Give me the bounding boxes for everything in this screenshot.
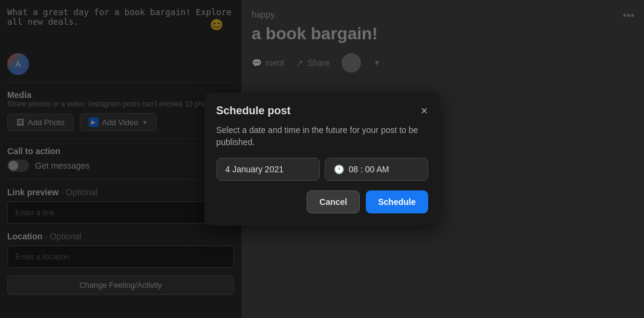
modal-description: Select a date and time in the future for… xyxy=(216,125,428,148)
modal-overlay: Schedule post × Select a date and time i… xyxy=(0,0,644,318)
modal-header: Schedule post × xyxy=(216,105,428,117)
date-time-row: 4 January 2021 🕐 08 : 00 AM xyxy=(216,158,428,181)
schedule-post-modal: Schedule post × Select a date and time i… xyxy=(204,92,440,226)
modal-footer: Cancel Schedule xyxy=(216,190,428,213)
schedule-button[interactable]: Schedule xyxy=(366,190,428,213)
modal-title: Schedule post xyxy=(216,105,291,117)
cancel-button[interactable]: Cancel xyxy=(307,190,360,213)
clock-icon: 🕐 xyxy=(334,164,344,174)
modal-close-button[interactable]: × xyxy=(421,105,428,117)
time-picker-button[interactable]: 🕐 08 : 00 AM xyxy=(325,158,428,181)
date-picker-button[interactable]: 4 January 2021 xyxy=(216,158,320,181)
